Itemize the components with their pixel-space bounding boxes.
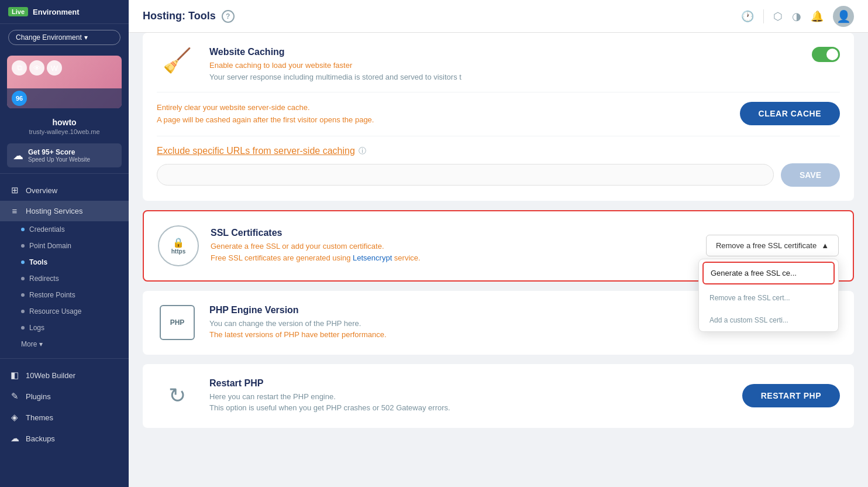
restart-php-desc1: Here you can restart the PHP engine.	[209, 391, 731, 403]
moon-icon[interactable]: ◑	[792, 10, 801, 23]
sidebar-item-restore-points[interactable]: Restore Points	[0, 287, 129, 303]
sidebar-item-backups[interactable]: ☁ Backups	[0, 428, 129, 449]
ssl-selected-option: Remove a free SSL certificate	[716, 241, 817, 250]
sidebar-item-label: Hosting Services	[26, 207, 83, 215]
environment-label: Environment	[33, 8, 79, 16]
sidebar-item-credentials[interactable]: Credentials	[0, 221, 129, 238]
sub-item-label: Logs	[29, 324, 44, 332]
sub-dot-icon	[21, 260, 25, 264]
sidebar-item-resource-usage[interactable]: Resource Usage	[0, 303, 129, 320]
speed-banner[interactable]: ☁ Get 95+ Score Speed Up Your Website	[7, 143, 122, 167]
sidebar-item-tools[interactable]: Tools	[0, 254, 129, 270]
main-content: Hosting: Tools ? 🕐 ⬡ ◑ 🔔 👤 🧹 Website Cac…	[129, 0, 868, 487]
bell-icon[interactable]: 🔔	[811, 10, 824, 23]
sidebar-item-label: 10Web Builder	[26, 371, 75, 380]
sub-item-label: Tools	[29, 258, 47, 266]
sidebar-item-label: Plugins	[26, 392, 51, 401]
url-exclude-input[interactable]	[157, 164, 774, 186]
bottom-nav-section: ◧ 10Web Builder ✎ Plugins ◈ Themes ☁ Bac…	[0, 361, 129, 452]
sidebar-item-plugins[interactable]: ✎ Plugins	[0, 386, 129, 407]
sidebar-item-logs[interactable]: Logs	[0, 320, 129, 336]
sub-dot-icon	[21, 293, 25, 297]
clock-icon[interactable]: 🕐	[741, 10, 754, 23]
ssl-desc2: Free SSL certificates are generated usin…	[211, 252, 694, 264]
save-button[interactable]: SAVE	[781, 163, 840, 187]
sidebar-header: Live Environment	[0, 0, 129, 24]
overview-icon: ⊞	[9, 185, 20, 196]
site-name: howto	[0, 113, 129, 128]
sidebar-item-overview[interactable]: ⊞ Overview	[0, 180, 129, 201]
content-area: 🧹 Website Caching Enable caching to load…	[129, 33, 868, 487]
sidebar-item-10web-builder[interactable]: ◧ 10Web Builder	[0, 365, 129, 386]
layers-icon: ⧉	[12, 60, 27, 76]
more-label: More ▾	[21, 340, 43, 348]
topbar: Hosting: Tools ? 🕐 ⬡ ◑ 🔔 👤	[129, 0, 868, 33]
sidebar-item-label: Themes	[26, 413, 53, 422]
backups-icon: ☁	[9, 433, 20, 444]
ssl-option-remove[interactable]: Remove a free SSL cert...	[699, 287, 838, 309]
chart-icon[interactable]: ⬡	[773, 10, 783, 23]
caching-desc1: Enable caching to load your website fast…	[209, 60, 800, 71]
speed-title: Get 95+ Score	[28, 148, 90, 156]
site-card: ⧉ 👁 W 96	[7, 56, 122, 108]
sub-dot-icon	[21, 326, 25, 330]
ssl-desc1: Generate a free SSL or add your custom c…	[211, 241, 694, 252]
restart-icon: ↻	[168, 383, 186, 408]
sidebar-item-hosting-services[interactable]: ≡ Hosting Services	[0, 201, 129, 221]
page-title: Hosting: Tools	[143, 10, 216, 22]
change-environment-button[interactable]: Change Environment ▾	[8, 30, 120, 45]
hosting-icon: ≡	[9, 206, 20, 216]
sub-dot-icon	[21, 244, 25, 248]
broom-icon: 🧹	[163, 47, 192, 74]
sidebar-item-point-domain[interactable]: Point Domain	[0, 238, 129, 254]
sub-item-label: Resource Usage	[29, 307, 81, 315]
speed-icon: ☁	[13, 149, 23, 162]
clear-cache-text1: Entirely clear your website server-side …	[157, 102, 374, 114]
caching-card: 🧹 Website Caching Enable caching to load…	[143, 33, 854, 201]
site-url: trusty-walleye.10web.me	[0, 128, 129, 140]
clear-cache-button[interactable]: CLEAR CACHE	[740, 102, 840, 125]
divider	[763, 9, 764, 23]
caching-toggle[interactable]	[812, 47, 840, 62]
sub-item-label: Restore Points	[29, 291, 75, 299]
info-icon[interactable]: ⓘ	[359, 146, 366, 156]
sidebar-item-themes[interactable]: ◈ Themes	[0, 407, 129, 428]
letsencrypt-link[interactable]: Letsencrypt	[353, 253, 392, 262]
clear-cache-text2: A page will be cashed again after the fi…	[157, 114, 374, 126]
sidebar-item-label: Overview	[26, 186, 57, 195]
restart-php-button[interactable]: RESTART PHP	[742, 384, 840, 407]
sub-item-label: Redirects	[29, 275, 59, 283]
restart-php-card: ↻ Restart PHP Here you can restart the P…	[143, 364, 854, 428]
caching-desc2: Your server response including multimedi…	[209, 71, 800, 83]
php-icon: PHP	[160, 305, 195, 340]
live-badge: Live	[8, 7, 28, 16]
clear-cache-section: Entirely clear your website server-side …	[157, 102, 840, 126]
builder-icon: ◧	[9, 370, 20, 380]
help-icon[interactable]: ?	[222, 10, 235, 23]
ssl-dropdown-container: Remove a free SSL certificate ▲ Generate…	[706, 235, 839, 256]
avatar[interactable]: 👤	[833, 6, 854, 27]
ssl-option-generate[interactable]: Generate a free SSL ce...	[702, 262, 835, 284]
broom-icon-area: 🧹	[157, 47, 198, 74]
exclude-urls-label: Exclude specific URLs from server-side c…	[157, 146, 355, 156]
sub-item-label: Point Domain	[29, 242, 71, 250]
ssl-option-custom[interactable]: Add a custom SSL certi...	[699, 309, 838, 331]
sidebar: Live Environment Change Environment ▾ ⧉ …	[0, 0, 129, 487]
caching-title: Website Caching	[209, 47, 800, 57]
sidebar-item-label: Backups	[26, 434, 55, 443]
restart-php-title: Restart PHP	[209, 378, 731, 389]
ssl-title: SSL Certificates	[211, 228, 694, 238]
score-badge: 96	[12, 91, 27, 106]
sub-dot-icon	[21, 228, 25, 231]
sub-dot-icon	[21, 310, 25, 313]
nav-section: ⊞ Overview ≡ Hosting Services Credential…	[0, 176, 129, 356]
eye-icon: 👁	[29, 60, 44, 76]
themes-icon: ◈	[9, 412, 20, 423]
restart-php-desc2: This option is useful when you get PHP c…	[209, 402, 731, 414]
https-icon: 🔒 https	[158, 225, 199, 266]
ssl-dropdown-button[interactable]: Remove a free SSL certificate ▲	[706, 235, 839, 256]
chevron-up-icon: ▲	[821, 241, 829, 250]
ssl-dropdown-menu: Generate a free SSL ce... Remove a free …	[698, 259, 839, 332]
more-link[interactable]: More ▾	[0, 336, 129, 352]
sidebar-item-redirects[interactable]: Redirects	[0, 270, 129, 287]
